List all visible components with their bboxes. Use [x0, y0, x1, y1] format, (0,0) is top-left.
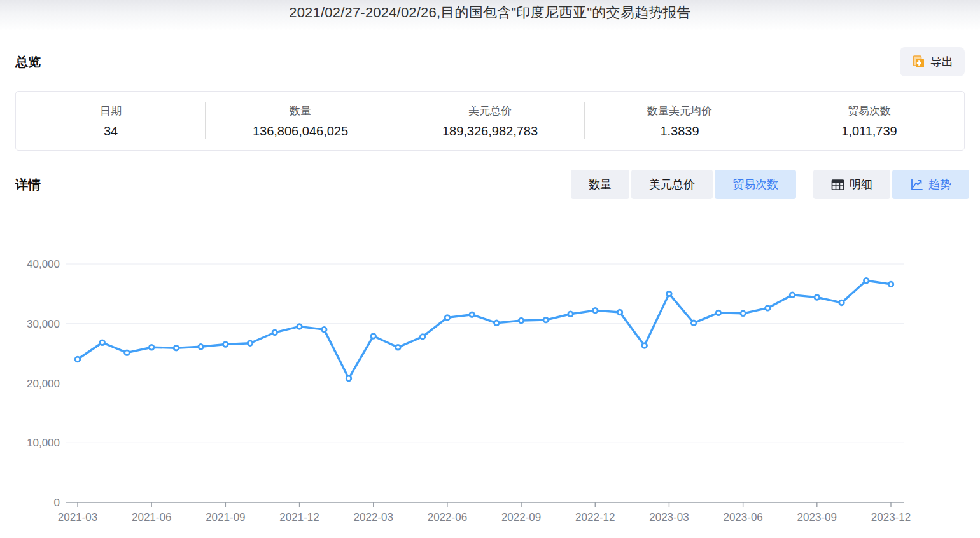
svg-text:2022-12: 2022-12: [575, 511, 615, 523]
tab-detail-label: 明细: [850, 177, 872, 192]
line-chart-icon: [910, 178, 923, 191]
stat-trade-count: 贸易次数 1,011,739: [774, 92, 964, 150]
svg-text:2022-09: 2022-09: [501, 511, 541, 523]
stat-label: 贸易次数: [848, 104, 891, 118]
report-header: 2021/02/27-2024/02/26,目的国包含"印度尼西亚"的交易趋势报…: [0, 0, 980, 31]
svg-text:2023-06: 2023-06: [723, 511, 762, 523]
chart-canvas[interactable]: 010,00020,00030,00040,0002021-032021-062…: [0, 240, 980, 538]
svg-text:10,000: 10,000: [27, 437, 60, 449]
stat-date-count: 日期 34: [16, 92, 206, 150]
document-export-icon: [911, 55, 925, 69]
stat-value: 189,326,982,783: [442, 124, 538, 139]
trend-line-chart[interactable]: 010,00020,00030,00040,0002021-032021-062…: [0, 240, 980, 538]
trade-trend-report-page: 2021/02/27-2024/02/26,目的国包含"印度尼西亚"的交易趋势报…: [0, 0, 980, 538]
svg-text:40,000: 40,000: [27, 258, 60, 270]
details-tab-groups: 数量 美元总价 贸易次数 明细: [571, 170, 969, 199]
svg-text:2022-03: 2022-03: [354, 511, 393, 523]
stat-value: 1.3839: [660, 124, 699, 139]
stat-value: 136,806,046,025: [253, 124, 348, 139]
tab-trend-label: 趋势: [928, 177, 951, 192]
tab-trade-count[interactable]: 贸易次数: [715, 170, 796, 199]
svg-text:2023-12: 2023-12: [871, 511, 911, 523]
view-tabs: 明细 趋势: [813, 170, 969, 199]
stat-quantity: 数量 136,806,046,025: [206, 92, 395, 150]
stat-label: 数量: [290, 104, 311, 118]
metric-tabs: 数量 美元总价 贸易次数: [571, 170, 796, 199]
svg-text:2021-09: 2021-09: [206, 511, 245, 523]
tab-detail-view[interactable]: 明细: [813, 170, 890, 199]
page-title: 2021/02/27-2024/02/26,目的国包含"印度尼西亚"的交易趋势报…: [0, 0, 980, 25]
svg-text:20,000: 20,000: [27, 378, 60, 390]
svg-text:2021-12: 2021-12: [279, 511, 319, 523]
stat-label: 数量美元均价: [647, 104, 712, 118]
svg-text:0: 0: [54, 497, 60, 509]
stat-label: 日期: [100, 104, 122, 118]
tab-quantity[interactable]: 数量: [571, 170, 629, 199]
svg-text:2021-03: 2021-03: [58, 511, 97, 523]
details-heading: 详情: [15, 176, 41, 193]
svg-text:30,000: 30,000: [27, 318, 60, 330]
export-button-label: 导出: [930, 54, 953, 69]
overview-heading: 总览: [15, 53, 41, 71]
stat-usd-total: 美元总价 189,326,982,783: [395, 92, 585, 150]
overview-stats-card: 日期 34 数量 136,806,046,025 美元总价 189,326,98…: [15, 91, 965, 151]
svg-text:2023-03: 2023-03: [649, 511, 689, 523]
stat-usd-avg-price: 数量美元均价 1.3839: [585, 92, 774, 150]
stat-value: 34: [104, 124, 118, 139]
svg-text:2021-06: 2021-06: [132, 511, 171, 523]
overview-section-head: 总览 导出: [15, 47, 965, 76]
table-icon: [831, 178, 844, 191]
details-section-head: 详情 数量 美元总价 贸易次数 明细: [15, 170, 969, 199]
svg-text:2022-06: 2022-06: [428, 511, 467, 523]
tab-trend-view[interactable]: 趋势: [892, 170, 969, 199]
svg-text:2023-09: 2023-09: [797, 511, 837, 523]
tab-usd-total[interactable]: 美元总价: [631, 170, 713, 199]
stat-label: 美元总价: [468, 104, 512, 118]
stat-value: 1,011,739: [841, 124, 897, 139]
export-button[interactable]: 导出: [900, 47, 965, 76]
